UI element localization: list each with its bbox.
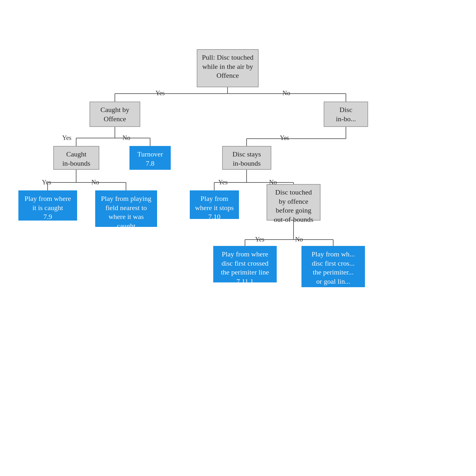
label-yes6: Yes [255, 236, 264, 243]
node-disc-touched-offence: Disc touchedby offencebefore goingout-of… [267, 184, 321, 221]
node-play-from-where-stops: Play fromwhere it stops7.10 [190, 190, 239, 219]
node-disc-inbounds-right: Discin-bo... [324, 102, 368, 127]
label-yes5: Yes [218, 179, 228, 186]
node-turnover: Turnover7.8 [129, 146, 171, 170]
node-disc-touched-offence-label: Disc touchedby offencebefore goingout-of… [274, 188, 314, 223]
label-yes4: Yes [42, 179, 51, 186]
node-play-from-playing-field: Play from playingfield nearest towhere i… [95, 190, 157, 227]
label-no2: No [122, 134, 130, 142]
node-caught-by-offence: Caught byOffence [89, 102, 140, 127]
node-play-from-where-caught: Play from whereit is caught7.9 [18, 190, 77, 221]
node-play-from-where-stops-label: Play fromwhere it stops7.10 [195, 195, 234, 221]
label-no1: No [282, 89, 290, 97]
node-caught-inbounds: Caughtin-bounds [53, 146, 99, 170]
node-pull: Pull: Disc touched while in the air by O… [197, 49, 259, 87]
label-no6: No [295, 236, 303, 243]
node-turnover-label: Turnover7.8 [137, 150, 163, 167]
flowchart-diagram: Pull: Disc touched while in the air by O… [0, 0, 476, 476]
node-disc-stays-inbounds: Disc staysin-bounds [222, 146, 271, 170]
label-no5: No [269, 179, 277, 186]
node-play-perimiter-7111-label: Play from wheredisc first crossedthe per… [221, 250, 269, 285]
node-caught-by-offence-label: Caught byOffence [100, 106, 129, 123]
label-yes2: Yes [62, 134, 71, 142]
node-play-from-where-caught-label: Play from whereit is caught7.9 [24, 195, 71, 221]
node-play-perimiter-7111: Play from wheredisc first crossedthe per… [213, 246, 277, 282]
node-caught-inbounds-label: Caughtin-bounds [63, 150, 90, 167]
node-pull-label: Pull: Disc touched while in the air by O… [202, 53, 254, 79]
node-play-perimiter-711: Play from wh...disc first cros...the per… [301, 246, 365, 287]
label-yes3: Yes [280, 134, 289, 142]
node-disc-inbounds-right-label: Discin-bo... [336, 106, 356, 123]
node-disc-stays-inbounds-label: Disc staysin-bounds [233, 150, 261, 167]
node-play-perimiter-711-label: Play from wh...disc first cros...the per… [312, 250, 355, 287]
label-yes1: Yes [155, 89, 165, 97]
node-play-from-playing-field-label: Play from playingfield nearest towhere i… [101, 195, 151, 239]
label-no4: No [91, 179, 99, 186]
